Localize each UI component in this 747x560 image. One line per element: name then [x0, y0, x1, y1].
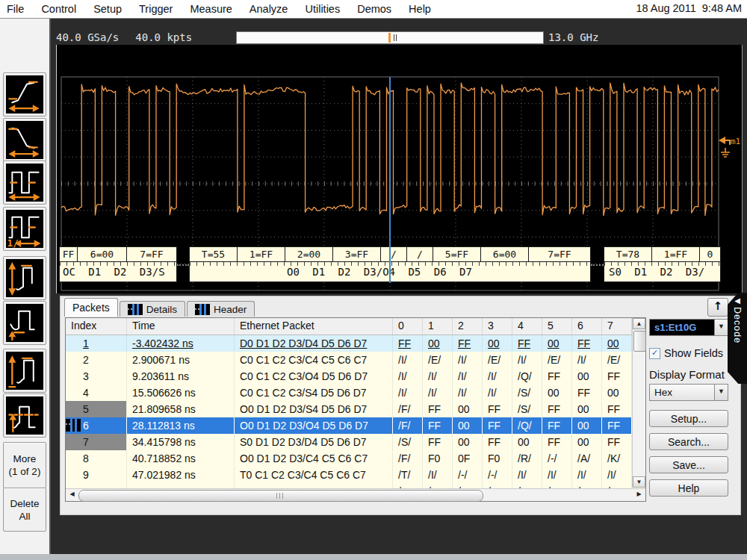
decode-source-dropdown[interactable]: s1:Et10G ▼	[649, 319, 728, 336]
tab-packets[interactable]: Packets	[64, 298, 118, 317]
menu-item-utilities[interactable]: Utilities	[305, 3, 340, 15]
byte-cell-0: FF	[393, 335, 423, 352]
packet-row-1[interactable]: 1-3.402432 nsD0 D1 D2 D3/D4 D5 D6 D7FF00…	[66, 335, 645, 352]
acquisition-status: 40.0 GSa/s 40.0 kpts	[56, 31, 192, 43]
time-cell: 47.021982 ns	[127, 467, 235, 483]
decode-side-tab[interactable]: ◀ Decode	[728, 293, 747, 384]
tool-button-amplitude[interactable]	[3, 256, 46, 300]
packet-row-2[interactable]: 22.900671 nsC0 C1 C2 C3/C4 C5 C6 C7/I//E…	[66, 352, 645, 368]
marker-m1[interactable]: m1	[717, 134, 741, 164]
time-cursor[interactable]	[389, 77, 391, 283]
tool-button-rise-time[interactable]	[3, 72, 46, 116]
decode-source-value: s1:Et10G	[650, 320, 714, 335]
index-value: 2	[83, 354, 89, 366]
scroll-up-arrow[interactable]: ▲	[633, 318, 645, 329]
decode-connector	[591, 264, 604, 266]
menu-item-help[interactable]: Help	[409, 3, 431, 15]
menu-item-analyze[interactable]: Analyze	[249, 3, 288, 15]
byte-cell-1: 00	[423, 335, 453, 352]
decode-side-tab-label: Decode	[732, 307, 743, 343]
sample-rate: 40.0 GSa/s	[56, 31, 119, 43]
more-button[interactable]: More(1 of 2)	[3, 442, 46, 488]
index-cell[interactable]: 1	[66, 335, 127, 352]
tool-button-fall-time[interactable]	[3, 118, 46, 162]
tab-label: Header	[214, 304, 247, 315]
column-header-time: Time	[127, 318, 235, 335]
fall-time-icon	[6, 121, 43, 159]
scroll-down-arrow[interactable]: ▼	[633, 476, 645, 488]
index-value: 5	[83, 403, 89, 415]
partial-byte-cell: /	[542, 483, 572, 488]
index-value: 8	[83, 452, 89, 464]
tab-details[interactable]: Details	[120, 301, 185, 317]
index-value: 9	[83, 469, 89, 481]
vertical-scroll-thumb[interactable]	[633, 331, 646, 352]
byte-cell-3: /E/	[483, 352, 512, 368]
packet-cell: O0 D1 D2 D3/S4 D5 D6 D7	[235, 401, 393, 417]
tool-button-top[interactable]	[3, 349, 46, 393]
scroll-right-arrow[interactable]: ▶	[633, 489, 645, 501]
show-fields-checkbox[interactable]: ✓ Show Fields	[649, 347, 737, 359]
byte-cell-1: F0	[423, 450, 453, 467]
time-cell: 21.809658 ns	[127, 401, 235, 417]
setup-button[interactable]: Setup...	[649, 410, 728, 427]
menu-item-setup[interactable]: Setup	[93, 3, 122, 15]
table-body: 1-3.402432 nsD0 D1 D2 D3/D4 D5 D6 D7FF00…	[66, 335, 645, 488]
packet-row-7[interactable]: 734.415798 nsS0 D1 D2 D3/D4 D5 D6 D7/S/F…	[66, 434, 645, 450]
menu-item-measure[interactable]: Measure	[190, 3, 232, 15]
delete-all-button[interactable]: DeleteAll	[3, 488, 46, 532]
byte-cell-5: /E/	[542, 352, 572, 368]
time-cell: 2.900671 ns	[127, 352, 235, 368]
byte-cell-0: /I/	[393, 352, 423, 368]
save-button[interactable]: Save...	[649, 456, 728, 473]
byte-cell-7: FF	[602, 368, 632, 385]
tab-header[interactable]: Header	[187, 301, 255, 317]
packet-row-8[interactable]: 840.718852 nsO0 D1 D2 D3/C4 C5 C6 C7/F/F…	[66, 450, 645, 467]
slider-position-tick	[388, 33, 391, 43]
decode-field: /	[381, 247, 407, 261]
menu-item-trigger[interactable]: Trigger	[139, 3, 173, 15]
packet-row-5[interactable]: 521.809658 nsO0 D1 D2 D3/S4 D5 D6 D7/F/F…	[66, 401, 645, 417]
partial-byte-cell: /	[423, 483, 453, 488]
bandwidth: 13.0 GHz	[548, 31, 598, 43]
horizontal-position-slider[interactable]	[236, 31, 544, 44]
byte-cell-2: 00	[453, 417, 483, 434]
tool-button-period[interactable]: 1/	[3, 207, 46, 251]
menu-item-demos[interactable]: Demos	[357, 3, 391, 15]
byte-cell-5: FF	[542, 368, 572, 385]
scroll-left-arrow[interactable]: ◀	[66, 489, 78, 501]
byte-cell-7: /E/	[602, 352, 632, 368]
index-value: 3	[83, 370, 89, 382]
display-format-dropdown[interactable]: Hex ▼	[649, 384, 728, 401]
byte-cell-6: /I/	[572, 352, 602, 368]
tool-button-base[interactable]	[3, 301, 46, 345]
index-value: 6	[83, 420, 89, 432]
index-cell: 4	[66, 385, 127, 401]
packet-cell: S0 D1 D2 D3/D4 D5 D6 D7	[235, 434, 393, 450]
packet-row-4[interactable]: 415.506626 nsC0 C1 C2 C3/S4 D5 D6 D7/I//…	[66, 385, 645, 401]
index-cell: 6	[66, 417, 127, 434]
menu-item-control[interactable]: Control	[41, 3, 76, 15]
tool-button-average[interactable]	[3, 393, 46, 438]
packet-row-3[interactable]: 39.203611 nsC0 C1 C2 C3/O4 D5 D6 D7/I//I…	[66, 368, 645, 385]
decode-controls: s1:Et10G ▼ ✓ Show Fields Display Format …	[649, 319, 737, 497]
bus-signal-icon	[128, 304, 143, 315]
search-button[interactable]: Search...	[649, 433, 728, 450]
partial-byte-cell: /	[572, 483, 602, 488]
byte-cell-5: FF	[542, 401, 572, 417]
byte-cell-4: /Q/	[512, 417, 542, 434]
tool-button-pulse-width[interactable]	[3, 161, 46, 205]
dropdown-arrow-icon: ▼	[714, 320, 728, 335]
packet-row-9[interactable]: 947.021982 nsT0 C1 C2 C3/C4 C5 C6 C7/T//…	[66, 467, 645, 483]
vertical-scrollbar[interactable]: ▲ ▼	[632, 318, 645, 488]
menu-item-file[interactable]: File	[7, 3, 24, 15]
byte-cell-0: /F/	[393, 450, 423, 467]
horizontal-scroll-thumb[interactable]	[78, 490, 483, 502]
index-cell: 2	[66, 352, 127, 368]
collapse-panel-button[interactable]: ↑	[707, 298, 728, 317]
help-button[interactable]: Help	[649, 479, 728, 497]
packet-row-6[interactable]: 628.112813 nsO0 D1 D2 D3/O4 D5 D6 D7/F/F…	[66, 417, 645, 434]
byte-cell-2: FF	[453, 335, 483, 352]
decode-segment: T=781=FF0S0 D1 D2 D3/	[604, 246, 721, 282]
horizontal-scrollbar[interactable]: ◀ ▶	[66, 488, 645, 501]
